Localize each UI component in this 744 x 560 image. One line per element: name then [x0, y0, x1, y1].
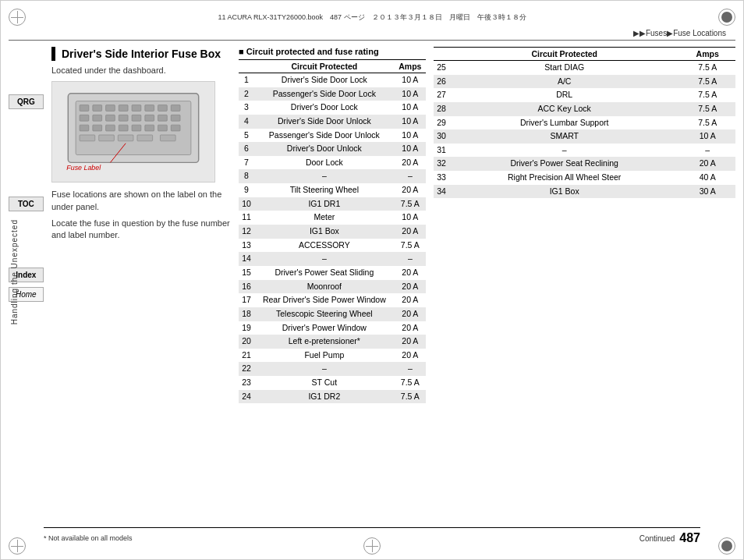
row-num: 4 — [239, 115, 254, 129]
amps-value: 20 A — [679, 157, 735, 171]
circuit-name: Rear Driver's Side Power Window — [254, 293, 395, 307]
table-row: 3 Driver's Door Lock 10 A — [239, 101, 426, 115]
table-row: 17 Rear Driver's Side Power Window 20 A — [239, 293, 426, 307]
row-num: 2 — [239, 87, 254, 101]
table-row: 10 IG1 DR1 7.5 A — [239, 197, 426, 211]
circuit-name: – — [449, 144, 679, 158]
row-num: 28 — [434, 102, 449, 116]
table-row: 19 Driver's Power Window 20 A — [239, 321, 426, 335]
row-num: 12 — [239, 225, 254, 239]
svg-rect-31 — [160, 135, 175, 141]
circuit-name: SMART — [449, 129, 679, 144]
bottom-center-circle — [363, 537, 381, 555]
row-num: 24 — [239, 390, 254, 404]
amps-value: 7.5 A — [395, 390, 426, 404]
amps-value: 10 A — [395, 101, 426, 115]
svg-rect-3 — [80, 105, 89, 112]
row-num: 32 — [434, 157, 449, 171]
circuit-name: Driver's Power Seat Sliding — [254, 266, 395, 280]
row-num: 6 — [239, 142, 254, 156]
amps-value: 20 A — [395, 293, 426, 307]
circuit-name: Passenger's Side Door Unlock — [254, 129, 395, 143]
circuit-name: IG1 Box — [449, 185, 679, 199]
amps-value: 10 A — [395, 73, 426, 87]
amps-value: 20 A — [395, 266, 426, 280]
circuit-name: Driver's Door Unlock — [254, 142, 395, 156]
row-num: 34 — [434, 185, 449, 199]
page: 11 ACURA RLX-31TY26000.book 487 ページ ２０１３… — [0, 0, 744, 560]
amps-value: 10 A — [395, 142, 426, 156]
svg-rect-16 — [145, 115, 154, 122]
table-row: 30 SMART 10 A — [434, 129, 735, 144]
table-row: 5 Passenger's Side Door Unlock 10 A — [239, 129, 426, 143]
right-table-section: Circuit Protected Amps 25 Start DIAG 7.5… — [434, 47, 735, 403]
table-row: 14 – – — [239, 252, 426, 266]
table-row: 20 Left e-pretensioner* 20 A — [239, 335, 426, 349]
circuit-name: – — [254, 169, 395, 183]
circuit-name: IG1 Box — [254, 225, 395, 239]
table-row: 29 Driver's Lumbar Support 7.5 A — [434, 116, 735, 130]
table-row: 28 ACC Key Lock 7.5 A — [434, 102, 735, 116]
row-num: 5 — [239, 129, 254, 143]
table-row: 16 Moonroof 20 A — [239, 280, 426, 294]
middle-table-title: ■ Circuit protected and fuse rating — [239, 47, 426, 56]
col-amps-header: Amps — [395, 60, 426, 73]
svg-rect-23 — [132, 125, 141, 131]
table-row: 7 Door Lock 20 A — [239, 156, 426, 170]
top-right-circle — [718, 9, 735, 26]
table-row: 13 ACCESSORY 7.5 A — [239, 239, 426, 253]
fuse-box-image: Fuse Label — [51, 81, 215, 183]
svg-rect-15 — [132, 115, 141, 122]
top-left-corner — [9, 9, 26, 26]
circuit-name: Meter — [254, 211, 395, 225]
circuit-name: Driver's Power Window — [254, 321, 395, 335]
table-row: 33 Right Precision All Wheel Steer 40 A — [434, 171, 735, 185]
bottom-left-corner — [9, 537, 26, 555]
svg-rect-22 — [119, 125, 128, 131]
circuit-name: Telescopic Steering Wheel — [254, 307, 395, 321]
toc-button[interactable]: TOC — [9, 197, 44, 211]
circuit-name: Driver's Door Lock — [254, 101, 395, 115]
svg-rect-27 — [80, 135, 95, 141]
table-row: 2 Passenger's Side Door Lock 10 A — [239, 87, 426, 101]
row-num: 13 — [239, 239, 254, 253]
amps-value: 20 A — [395, 225, 426, 239]
table-row: 26 A/C 7.5 A — [434, 75, 735, 89]
table-row: 8 – – — [239, 169, 426, 183]
amps-value: – — [395, 169, 426, 183]
qrg-button[interactable]: QRG — [9, 94, 44, 109]
row-num: 31 — [434, 144, 449, 158]
circuit-name: Door Lock — [254, 156, 395, 170]
table-row: 6 Driver's Door Unlock 10 A — [239, 142, 426, 156]
row-num: 19 — [239, 321, 254, 335]
svg-rect-8 — [145, 105, 154, 112]
breadcrumb-text: ▶▶Fuses▶Fuse Locations — [633, 29, 726, 37]
amps-value: 10 A — [395, 211, 426, 225]
row-num: 23 — [239, 376, 254, 390]
amps-value: 10 A — [395, 87, 426, 101]
table-row: 32 Driver's Power Seat Reclining 20 A — [434, 157, 735, 171]
amps-value: 7.5 A — [679, 116, 735, 130]
description-2: Locate the fuse in question by the fuse … — [51, 218, 231, 242]
amps-value: 7.5 A — [679, 75, 735, 89]
row-num: 16 — [239, 280, 254, 294]
svg-rect-24 — [145, 125, 154, 131]
bottom-left-crosshair — [11, 540, 23, 552]
fuse-box-svg: Fuse Label — [52, 82, 214, 182]
breadcrumb: ▶▶Fuses▶Fuse Locations — [9, 29, 735, 41]
circuit-name: ACC Key Lock — [449, 102, 679, 116]
amps-value: 7.5 A — [679, 61, 735, 75]
row-num: 27 — [434, 88, 449, 102]
amps-value: 10 A — [395, 129, 426, 143]
crosshair-icon — [11, 11, 23, 23]
amps-value: 20 A — [395, 307, 426, 321]
col-circuit-header: Circuit Protected — [254, 60, 395, 73]
row-num: 11 — [239, 211, 254, 225]
table-row: 18 Telescopic Steering Wheel 20 A — [239, 307, 426, 321]
right-col-circuit-header: Circuit Protected — [449, 48, 679, 61]
amps-value: 20 A — [395, 183, 426, 197]
svg-rect-30 — [137, 135, 153, 141]
svg-rect-26 — [171, 125, 180, 131]
top-border: 11 ACURA RLX-31TY26000.book 487 ページ ２０１３… — [9, 9, 735, 26]
right-col-num-header — [434, 48, 449, 61]
